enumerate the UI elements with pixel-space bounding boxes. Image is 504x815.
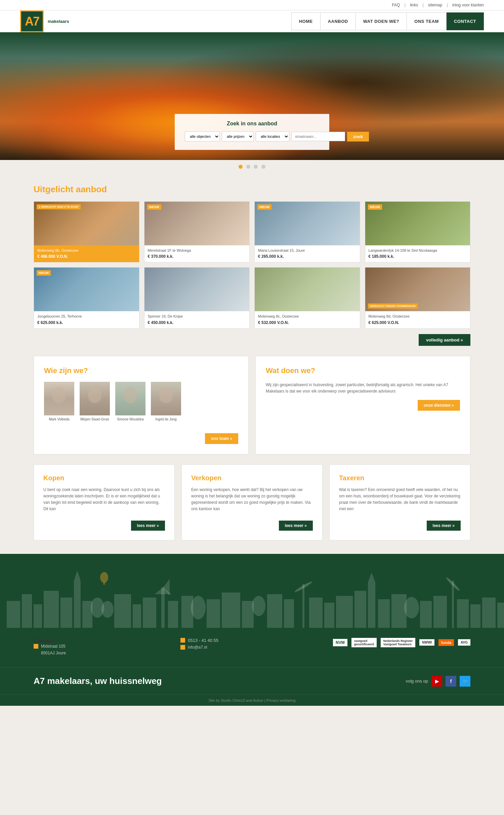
dot-1[interactable] [239, 165, 243, 169]
logo-text: makelaars [48, 19, 69, 24]
faq-link[interactable]: FAQ [392, 3, 400, 7]
objects-dropdown[interactable]: alle objecten [185, 131, 220, 141]
listing-address-6: Spinner 19, De Knipe [148, 314, 246, 319]
avg-logo: AVG [458, 639, 470, 646]
phone-icon [180, 638, 185, 643]
footer-social: volg ons op ▶ f 🐦 [406, 676, 471, 687]
listings-grid: 1 VERKOCHT: NOG 2 TE KOOP Molenweg 8b, O… [34, 201, 470, 329]
svg-rect-45 [470, 604, 480, 628]
wie-card-btn-row: ons team » [44, 428, 238, 444]
listing-badge-8: VERKOCHT ONDER VOORBEHOUD [368, 303, 418, 309]
team-name-1: Mark Volbeda [44, 417, 74, 421]
verkopen-title: Verkopen [191, 474, 313, 482]
svg-rect-5 [60, 598, 72, 628]
team-photo-2 [80, 382, 110, 415]
team-photo-1 [44, 382, 74, 415]
svg-rect-1 [7, 601, 20, 628]
wat-card-btn-row: onze diensten » [266, 395, 460, 411]
svg-point-19 [191, 596, 206, 619]
volledig-aanbod-button[interactable]: volledig aanbod » [419, 334, 470, 346]
verkopen-lees-meer-button[interactable]: lees meer » [279, 521, 313, 531]
taxeren-btn-row: lees meer » [339, 515, 461, 531]
youtube-icon[interactable]: ▶ [431, 676, 442, 687]
listing-card-5[interactable]: NIEUW Jongebuorren 25, Terhorne € 625.00… [34, 267, 139, 328]
listing-card-3[interactable]: NIEUW Maria Louisestraat 15, Joure € 265… [254, 201, 360, 262]
taxeren-lees-meer-button[interactable]: lees meer » [427, 521, 461, 531]
nav-watdoenwe[interactable]: WAT DOEN WE? [356, 12, 407, 30]
svg-rect-20 [207, 599, 220, 628]
ons-team-button[interactable]: ons team » [205, 433, 238, 444]
listing-info-5: Jongebuorren 25, Terhorne € 625.000 k.k. [34, 311, 139, 328]
search-button[interactable]: zoek [347, 132, 369, 141]
svg-rect-23 [103, 582, 105, 585]
footer-logos: NVM vastgoedgecertificeerd Nederlands Re… [333, 638, 470, 647]
footer-bottom: A7 makelaars, uw huissnelweg volg ons op… [0, 667, 504, 695]
nvm-logo: NVM [333, 639, 347, 646]
footer-phone-row: 0513 - 41 40 55 [180, 638, 218, 643]
footer-contact: Contact Midstraat 105 8501AJ Joure 0513 … [0, 628, 504, 667]
svg-rect-2 [22, 594, 32, 628]
svg-point-25 [252, 596, 265, 616]
logo-letter: A7 [25, 14, 39, 29]
hero-section: Zoek in ons aanbod alle objecten alle pr… [0, 32, 504, 160]
svg-rect-44 [457, 599, 469, 628]
svg-point-22 [100, 572, 108, 583]
dot-3[interactable] [254, 165, 258, 169]
dot-4[interactable] [261, 165, 265, 169]
inlog-link[interactable]: inlog voor klanten [452, 3, 484, 7]
footer-copy: Site by Studio Chris10 and Autive | Priv… [0, 695, 504, 706]
nav-home[interactable]: HOME [291, 12, 321, 30]
onze-diensten-button[interactable]: onze diensten » [418, 400, 460, 411]
svg-rect-17 [168, 601, 178, 628]
twitter-icon[interactable]: 🐦 [460, 676, 470, 687]
ned-register-logo: Nederlands RegisterVastgoed Taxateurs [381, 638, 416, 647]
wat-doen-we-text: Wij zijn gespecialiseerd in huisvesting,… [266, 382, 460, 395]
facebook-icon[interactable]: f [446, 676, 456, 687]
svg-rect-35 [368, 582, 375, 628]
listing-card-7[interactable]: Molenweg 8c, Oosterzee € 532.000 V.O.N. [254, 267, 360, 328]
team-member-2: Mirjam Swart-Gruis [80, 382, 110, 421]
listing-card-6[interactable]: Spinner 19, De Knipe € 450.000 k.k. [144, 267, 250, 328]
search-input[interactable] [291, 132, 345, 141]
listing-badge-4: NIEUW [368, 204, 382, 210]
footer-contact-left: Contact Midstraat 105 8501AJ Joure [34, 638, 66, 657]
svg-rect-37 [378, 599, 390, 628]
links-link[interactable]: links [410, 3, 418, 7]
listing-card-2[interactable]: NIEUW Merelstraat 1F te Wolvega € 370.00… [144, 201, 250, 262]
footer-phone-text: 0513 - 41 40 55 [188, 638, 218, 643]
listing-info-4: Langwarderdyk 14-108 te Sint Nicolaasga … [365, 245, 470, 262]
nav-contact[interactable]: CONTACT [447, 12, 484, 30]
verkopen-btn-row: lees meer » [191, 515, 313, 531]
svg-rect-47 [497, 603, 504, 628]
main-nav: HOME AANBOD WAT DOEN WE? ONS TEAM CONTAC… [291, 12, 484, 30]
sitemap-link[interactable]: sitemap [428, 3, 442, 7]
listing-card-4[interactable]: NIEUW Langwarderdyk 14-108 te Sint Nicol… [365, 201, 471, 262]
listing-address-1: Molenweg 8b, Oosterzee [37, 248, 136, 253]
kopen-btn-row: lees meer » [43, 515, 165, 531]
email-icon [180, 645, 185, 650]
listing-img-8: VERKOCHT ONDER VOORBEHOUD [365, 268, 470, 311]
wat-doen-we-card: Wat doen we? Wij zijn gespecialiseerd in… [255, 356, 470, 454]
listing-badge-1: 1 VERKOCHT: NOG 2 TE KOOP [37, 204, 81, 209]
listing-card-1[interactable]: 1 VERKOCHT: NOG 2 TE KOOP Molenweg 8b, O… [34, 201, 139, 262]
wat-doen-we-title: Wat doen we? [266, 366, 460, 375]
listing-card-8[interactable]: VERKOCHT ONDER VOORBEHOUD Molenweg 8d, O… [365, 267, 471, 328]
kopen-text: U bent op zoek naar een woning. Daarvoor… [43, 487, 165, 513]
svg-rect-31 [309, 598, 323, 628]
prices-dropdown[interactable]: alle prijzen [222, 131, 254, 141]
logo[interactable]: A7 makelaars [20, 10, 69, 32]
nav-onsteam[interactable]: ONS TEAM [407, 12, 447, 30]
listing-img-6 [144, 268, 250, 311]
kopen-title: Kopen [43, 474, 165, 482]
dot-2[interactable] [246, 165, 250, 169]
kopen-lees-meer-button[interactable]: lees meer » [131, 521, 165, 531]
locations-dropdown[interactable]: alle locaties [256, 131, 289, 141]
slider-dots [0, 160, 504, 174]
team-name-4: Ingrid de Jong [151, 417, 181, 421]
listing-info-7: Molenweg 8c, Oosterzee € 532.000 V.O.N. [255, 311, 360, 328]
footer-contact-middle: 0513 - 41 40 55 info@a7.nl [180, 638, 218, 652]
nav-aanbod[interactable]: AANBOD [321, 12, 356, 30]
listing-address-7: Molenweg 8c, Oosterzee [258, 314, 356, 319]
listing-img-5: NIEUW [34, 268, 139, 311]
svg-rect-8 [82, 601, 92, 628]
